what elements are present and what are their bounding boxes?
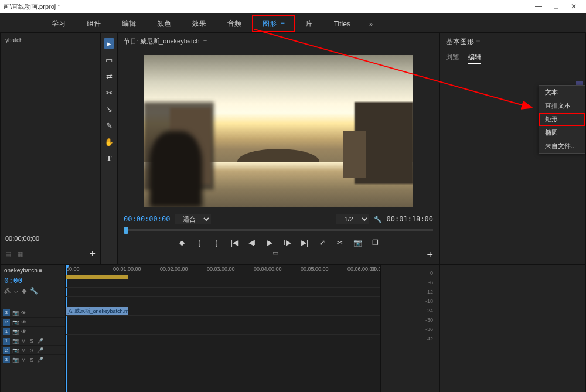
menu-graphics[interactable]: 图形 ≡ bbox=[252, 15, 295, 32]
snap-icon[interactable]: ⁂ bbox=[4, 287, 11, 295]
work-area-bar[interactable] bbox=[66, 275, 128, 279]
mark-out-button[interactable]: } bbox=[212, 238, 222, 247]
timeline[interactable]: 00:0000:01:00:0000:02:00:0000:03:00:0000… bbox=[66, 264, 381, 392]
ctx-ellipse[interactable]: 椭圆 bbox=[539, 126, 585, 139]
new-layer-menu: 文本 直排文本 矩形 椭圆 来自文件... bbox=[539, 85, 585, 154]
timecode-in[interactable]: 00:00:00:00 bbox=[124, 215, 170, 223]
mark-in-button[interactable]: ◆ bbox=[177, 238, 186, 247]
project-title: 画\直线动画.prproj * bbox=[4, 2, 60, 11]
workspace-menubar: 学习 组件 编辑 颜色 效果 音频 图形 ≡ 库 Titles » bbox=[0, 15, 586, 33]
ctx-from-file[interactable]: 来自文件... bbox=[539, 139, 585, 153]
ruler-tick: 00:02:00:00 bbox=[160, 266, 188, 272]
step-fwd-button[interactable]: Ⅰ▶ bbox=[282, 238, 292, 247]
db-label: -42 bbox=[385, 334, 435, 343]
goto-out-button[interactable]: ▶| bbox=[300, 238, 309, 247]
menu-titles[interactable]: Titles bbox=[323, 16, 361, 32]
source-panel: ybatch 00;00;00;00 ▤ ▦ + bbox=[0, 33, 101, 264]
db-label: -12 bbox=[385, 287, 435, 296]
wrench-icon[interactable]: 🔧 bbox=[30, 287, 38, 295]
egp-title: 基本图形 bbox=[446, 38, 474, 46]
list-view-icon[interactable]: ▤ bbox=[5, 250, 11, 258]
menu-audio[interactable]: 音频 bbox=[217, 15, 252, 32]
egp-tab-edit[interactable]: 编辑 bbox=[468, 53, 481, 64]
time-ruler[interactable]: 00:0000:01:00:0000:02:00:0000:03:00:0000… bbox=[66, 265, 380, 275]
right-lower-panel bbox=[440, 264, 586, 392]
goto-in-button[interactable]: |◀ bbox=[230, 238, 239, 247]
ctx-vertical-text[interactable]: 直排文本 bbox=[539, 99, 585, 113]
timeline-header: onekeybatch ≡ 0:00 ⁂ ⌵ ◆ 🔧 3📷👁 2📷👁 1📷👁 1… bbox=[0, 264, 66, 392]
program-viewer[interactable] bbox=[118, 49, 439, 213]
ctx-rectangle[interactable]: 矩形 bbox=[539, 113, 585, 126]
close-button[interactable]: ✕ bbox=[565, 2, 582, 11]
db-label: -24 bbox=[385, 306, 435, 315]
playhead-icon[interactable] bbox=[124, 227, 128, 234]
source-timecode[interactable]: 00;00;00;00 bbox=[5, 235, 39, 242]
ruler-tick: 00:04:00:00 bbox=[254, 266, 282, 272]
video-clip[interactable]: 𝑓𝑥 威尼斯_onekeybatch.mp4 bbox=[66, 307, 128, 315]
timeline-timecode[interactable]: 0:00 bbox=[1, 276, 65, 285]
extract-button[interactable]: ✂ bbox=[335, 238, 345, 247]
ripple-tool[interactable]: ⇄ bbox=[104, 71, 114, 81]
maximize-button[interactable]: □ bbox=[547, 2, 565, 11]
db-label: -18 bbox=[385, 296, 435, 306]
title-bar: 画\直线动画.prproj * — □ ✕ bbox=[0, 0, 586, 13]
timecode-out: 00:01:18:00 bbox=[387, 215, 433, 223]
ctx-text[interactable]: 文本 bbox=[539, 86, 585, 99]
db-label: 0 bbox=[385, 268, 435, 278]
ruler-tick: 00:01:00:00 bbox=[113, 266, 141, 272]
zoom-fit-select[interactable]: 适合 bbox=[175, 214, 211, 224]
add-media-button[interactable]: + bbox=[89, 248, 96, 260]
razor-tool[interactable]: ✂ bbox=[104, 87, 114, 98]
compare-button[interactable]: ❐ bbox=[370, 238, 380, 247]
ruler-tick: 00:06:1 bbox=[371, 266, 381, 272]
track-select-tool[interactable]: ▭ bbox=[104, 54, 114, 65]
ruler-tick: 00:05:00:00 bbox=[301, 266, 329, 272]
video-preview bbox=[144, 55, 413, 207]
track-v3[interactable]: 3📷👁 bbox=[1, 308, 65, 317]
safe-margins-icon[interactable]: ▭ bbox=[272, 249, 278, 261]
track-a2[interactable]: 2📷MS🎤 bbox=[1, 345, 65, 354]
scrub-bar[interactable] bbox=[118, 226, 439, 236]
menu-library[interactable]: 库 bbox=[295, 15, 323, 32]
pen-tool[interactable]: ✎ bbox=[104, 120, 114, 131]
type-tool[interactable]: T bbox=[104, 153, 114, 163]
menu-effects[interactable]: 效果 bbox=[182, 15, 217, 32]
menu-overflow[interactable]: » bbox=[361, 17, 381, 31]
menu-edit[interactable]: 编辑 bbox=[111, 15, 146, 32]
audio-meter: 0-6-12-18-24-30-36-42 bbox=[381, 264, 440, 392]
add-button[interactable]: + bbox=[427, 249, 433, 261]
panel-menu-icon[interactable]: ≡ bbox=[203, 38, 207, 45]
program-title: 节目: 威尼斯_onekeybatch bbox=[124, 37, 200, 46]
transport-controls: ◆ { } |◀ ◀Ⅰ ▶ Ⅰ▶ ▶| ⤢ ✂ 📷 ❐ bbox=[118, 236, 439, 248]
track-a3[interactable]: 3📷MS🎤 bbox=[1, 354, 65, 364]
resolution-select[interactable]: 1/2 bbox=[336, 214, 369, 224]
db-label: -6 bbox=[385, 278, 435, 287]
essential-graphics-panel: 基本图形 ≡ 浏览 编辑 文本 直排文本 矩形 椭圆 来自文件... bbox=[440, 33, 586, 264]
mark-in2-button[interactable]: { bbox=[195, 238, 204, 247]
settings-icon[interactable]: 🔧 bbox=[374, 216, 382, 223]
slip-tool[interactable]: ↘ bbox=[104, 104, 114, 114]
source-tab[interactable]: ybatch bbox=[1, 33, 100, 47]
menu-learn[interactable]: 学习 bbox=[41, 15, 76, 32]
marker-icon[interactable]: ◆ bbox=[22, 287, 26, 295]
link-icon[interactable]: ⌵ bbox=[14, 287, 18, 295]
track-a1[interactable]: 1📷MS🎤 bbox=[1, 336, 65, 345]
menu-assembly[interactable]: 组件 bbox=[76, 15, 111, 32]
track-v1[interactable]: 1📷👁 bbox=[1, 326, 65, 336]
track-v2[interactable]: 2📷👁 bbox=[1, 317, 65, 326]
step-back-button[interactable]: ◀Ⅰ bbox=[247, 238, 257, 247]
lift-button[interactable]: ⤢ bbox=[318, 238, 327, 247]
hand-tool[interactable]: ✋ bbox=[104, 137, 114, 147]
grid-view-icon[interactable]: ▦ bbox=[17, 250, 23, 258]
minimize-button[interactable]: — bbox=[530, 2, 547, 11]
menu-color[interactable]: 颜色 bbox=[146, 15, 182, 32]
selection-tool[interactable]: ▸ bbox=[104, 38, 114, 49]
toolbar: ▸ ▭ ⇄ ✂ ↘ ✎ ✋ T bbox=[101, 33, 117, 264]
egp-tab-browse[interactable]: 浏览 bbox=[446, 53, 459, 64]
sequence-tab[interactable]: onekeybatch ≡ bbox=[1, 265, 65, 276]
db-label: -30 bbox=[385, 315, 435, 325]
program-panel: 节目: 威尼斯_onekeybatch ≡ 00:00:00:00 适合 1/2… bbox=[117, 33, 440, 264]
play-button[interactable]: ▶ bbox=[265, 238, 274, 247]
db-label: -36 bbox=[385, 325, 435, 334]
export-frame-button[interactable]: 📷 bbox=[353, 238, 362, 247]
